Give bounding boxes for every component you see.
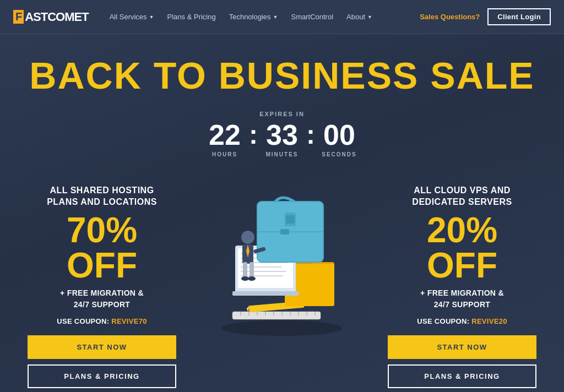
svg-rect-1 xyxy=(232,312,321,319)
countdown-sep-2: : xyxy=(304,122,317,148)
offer-card-right: ALL CLOUD VPS ANDDEDICATED SERVERS 20% O… xyxy=(388,179,536,392)
svg-point-0 xyxy=(221,320,343,336)
svg-rect-27 xyxy=(232,291,299,296)
left-start-now-button[interactable]: START NOW xyxy=(28,335,176,359)
left-plan-title: ALL SHARED HOSTINGPLANS AND LOCATIONS xyxy=(28,185,176,208)
sales-questions-link[interactable]: Sales Questions? xyxy=(420,13,480,21)
svg-rect-38 xyxy=(250,262,254,279)
offer-card-left: ALL SHARED HOSTINGPLANS AND LOCATIONS 70… xyxy=(28,179,176,392)
svg-point-40 xyxy=(248,276,256,281)
countdown-sep-1: : xyxy=(247,122,260,148)
about-caret-icon: ▼ xyxy=(367,14,372,20)
nav-right: Sales Questions? Client Login xyxy=(420,8,551,25)
left-discount: 70% OFF xyxy=(28,213,176,283)
seconds-number: 00 xyxy=(323,121,355,149)
right-discount: 20% OFF xyxy=(388,213,536,283)
all-services-caret-icon: ▼ xyxy=(149,14,154,20)
nav-smartcontrol[interactable]: SmartControl xyxy=(285,8,339,25)
right-extras: + FREE MIGRATION &24/7 SUPPORT xyxy=(388,287,536,311)
brand-name: ASTCOMET xyxy=(25,10,88,24)
right-plan-title: ALL CLOUD VPS ANDDEDICATED SERVERS xyxy=(388,185,536,208)
hours-number: 22 xyxy=(209,121,241,149)
hours-label: HOURS xyxy=(212,151,237,157)
brand-f-letter: F xyxy=(13,10,24,24)
nav-all-services[interactable]: All Services ▼ xyxy=(104,8,160,25)
left-extras: + FREE MIGRATION &24/7 SUPPORT xyxy=(28,287,176,311)
left-coupon-prefix: USE COUPON: xyxy=(57,317,111,325)
business-illustration-svg xyxy=(199,185,365,339)
left-coupon-line: USE COUPON: REVIVE70 xyxy=(28,317,176,325)
left-coupon-code: REVIVE70 xyxy=(111,317,147,325)
minutes-number: 33 xyxy=(266,121,298,149)
svg-rect-31 xyxy=(280,229,289,235)
right-coupon-line: USE COUPON: REVIVE20 xyxy=(388,317,536,325)
svg-point-39 xyxy=(241,276,249,281)
countdown: 22 HOURS : 33 MINUTES : 00 SECONDS xyxy=(203,121,361,157)
technologies-caret-icon: ▼ xyxy=(273,14,278,20)
svg-rect-33 xyxy=(286,215,295,224)
seconds-label: SECONDS xyxy=(322,151,356,157)
client-login-button[interactable]: Client Login xyxy=(487,8,551,25)
right-coupon-prefix: USE COUPON: xyxy=(417,317,471,325)
left-plans-pricing-button[interactable]: PLANS & PRICING xyxy=(28,364,176,388)
navbar: FASTCOMET All Services ▼ Plans & Pricing… xyxy=(0,0,564,34)
svg-point-34 xyxy=(241,231,254,244)
hero-section: BACK TO BUSINESS SALE EXPIRES IN 22 HOUR… xyxy=(0,34,564,392)
svg-rect-37 xyxy=(243,262,247,279)
countdown-minutes: 33 MINUTES xyxy=(260,121,304,157)
right-coupon-code: REVIVE20 xyxy=(471,317,507,325)
right-plans-pricing-button[interactable]: PLANS & PRICING xyxy=(388,364,536,388)
brand-logo[interactable]: FASTCOMET xyxy=(13,10,89,24)
countdown-wrapper: EXPIRES IN 22 HOURS : 33 MINUTES : 00 SE… xyxy=(11,111,553,157)
cards-row: ALL SHARED HOSTINGPLANS AND LOCATIONS 70… xyxy=(11,179,553,392)
countdown-seconds: 00 SECONDS xyxy=(317,121,361,157)
nav-about[interactable]: About ▼ xyxy=(341,8,378,25)
right-start-now-button[interactable]: START NOW xyxy=(388,335,536,359)
nav-technologies[interactable]: Technologies ▼ xyxy=(224,8,284,25)
center-illustration xyxy=(194,179,370,339)
hero-title: BACK TO BUSINESS SALE xyxy=(11,56,553,95)
minutes-label: MINUTES xyxy=(266,151,299,157)
countdown-hours: 22 HOURS xyxy=(203,121,247,157)
nav-plans-pricing[interactable]: Plans & Pricing xyxy=(162,8,221,25)
expires-label: EXPIRES IN xyxy=(259,111,305,117)
nav-links: All Services ▼ Plans & Pricing Technolog… xyxy=(104,8,420,25)
